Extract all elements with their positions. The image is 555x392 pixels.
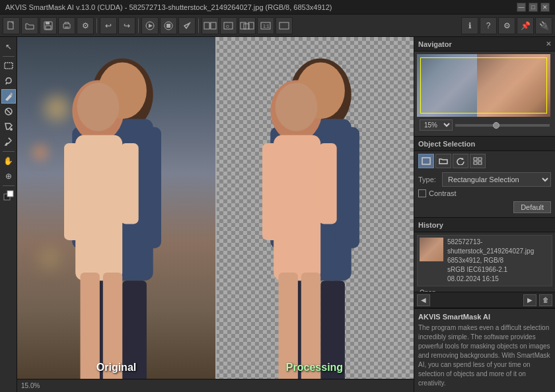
default-button[interactable]: Default — [513, 201, 551, 213]
title-bar: AKVIS SmartMask AI v.13.0 (CUDA) - 58257… — [0, 0, 555, 15]
preferences-button[interactable]: ⚙ — [498, 17, 515, 34]
svg-marker-7 — [149, 24, 153, 28]
svg-rect-3 — [46, 26, 51, 29]
smartmask-title: AKVIS SmartMask AI — [418, 313, 551, 321]
info-button[interactable]: ℹ — [461, 17, 478, 34]
before-after-button[interactable] — [202, 17, 219, 34]
history-snapshot: 582572713-shutterstock_2149264027.jpg 68… — [417, 235, 552, 286]
close-button[interactable]: ✕ — [540, 3, 550, 12]
stop-button[interactable] — [160, 17, 177, 34]
svg-rect-38 — [103, 273, 122, 379]
svg-rect-2 — [46, 22, 50, 24]
tool-rectangle-select[interactable] — [1, 59, 16, 73]
tool-fill[interactable] — [1, 119, 16, 134]
svg-rect-55 — [422, 158, 430, 164]
tool-colors[interactable] — [1, 188, 16, 203]
minimize-button[interactable]: — — [517, 3, 526, 12]
zoom-fit[interactable]: 1:1 — [257, 17, 274, 34]
svg-rect-11 — [204, 22, 209, 29]
object-selection-tools — [414, 151, 555, 171]
svg-rect-46 — [320, 280, 345, 379]
undo-button[interactable]: ↩ — [100, 17, 117, 34]
contrast-label: Contrast — [429, 189, 457, 197]
tools-sidebar: ↖ ✋ ⊕ — [0, 37, 17, 392]
history-back-button[interactable]: ◀ — [417, 294, 430, 306]
help-button[interactable]: ? — [480, 17, 497, 34]
window-title: AKVIS SmartMask AI v.13.0 (CUDA) - 58257… — [5, 3, 332, 11]
svg-rect-21 — [279, 22, 289, 29]
history-info: 582572713-shutterstock_2149264027.jpg 68… — [447, 238, 550, 284]
tool-magic-brush[interactable] — [1, 89, 16, 104]
canvas-area: Original — [17, 37, 414, 392]
history-content[interactable]: 582572713-shutterstock_2149264027.jpg 68… — [414, 232, 555, 292]
canvas-divider[interactable] — [215, 37, 217, 379]
save-button[interactable] — [40, 17, 57, 34]
main-area: ↖ ✋ ⊕ — [0, 37, 555, 392]
redo-button[interactable]: ↪ — [118, 17, 135, 34]
navigator-preview[interactable] — [417, 54, 550, 117]
history-date: 08.02.2024 16:15 — [447, 275, 550, 284]
tool-background-eraser[interactable] — [1, 104, 16, 119]
svg-text:1:1: 1:1 — [263, 24, 270, 28]
plugin-button[interactable]: 🔌 — [535, 17, 552, 34]
compare-button[interactable] — [239, 17, 256, 34]
grid-tool[interactable] — [470, 154, 486, 168]
svg-marker-10 — [184, 23, 190, 28]
navigator-close[interactable]: ✕ — [546, 40, 551, 48]
settings-button[interactable]: ⚙ — [77, 17, 94, 34]
tool-dropper[interactable] — [1, 135, 16, 149]
tool-zoom-in[interactable]: ⊕ — [1, 169, 16, 183]
view-original[interactable]: O — [220, 17, 237, 34]
svg-point-40 — [77, 82, 120, 131]
svg-rect-12 — [211, 22, 216, 29]
new-button[interactable] — [3, 17, 20, 34]
tool-hand[interactable]: ✋ — [1, 154, 16, 168]
apply-button[interactable] — [178, 17, 196, 34]
maximize-button[interactable]: □ — [529, 3, 538, 12]
svg-rect-30 — [137, 127, 161, 249]
history-filename: 582572713-shutterstock_2149264027.jpg — [447, 238, 550, 256]
history-delete-button[interactable]: 🗑 — [539, 294, 552, 306]
tool-separator-3 — [3, 185, 15, 186]
history-forward-button[interactable]: ▶ — [523, 294, 536, 306]
object-selection-section: Object Selection Type: Rectan — [414, 137, 555, 218]
zoom-slider[interactable] — [455, 124, 550, 127]
type-select[interactable]: Rectangular Selection Elliptical Selecti… — [442, 172, 551, 187]
run-button[interactable] — [141, 17, 159, 34]
rect-select-tool[interactable] — [418, 154, 434, 168]
svg-rect-52 — [301, 273, 320, 379]
main-toolbar: ⚙ ↩ ↪ O 1:1 ℹ ? ⚙ 📌 🔌 — [0, 15, 555, 37]
svg-rect-34 — [75, 135, 122, 280]
rotate-tool[interactable] — [453, 154, 468, 168]
folder-tool[interactable] — [435, 154, 451, 168]
contrast-checkbox[interactable] — [418, 189, 426, 197]
open-button[interactable] — [21, 17, 38, 34]
navigator-header: Navigator ✕ — [414, 37, 555, 51]
smartmask-description: The program makes even a difficult selec… — [418, 323, 551, 388]
navigator-content: 15% 5% 10% 25% 50% 100% — [414, 51, 555, 136]
print-button[interactable] — [58, 17, 75, 34]
nav-preview-processed — [477, 54, 550, 117]
window-controls[interactable]: — □ ✕ — [517, 3, 550, 12]
history-controls: ◀ ▶ 🗑 — [414, 292, 555, 308]
svg-rect-9 — [166, 24, 170, 28]
svg-line-24 — [6, 109, 11, 114]
zoom-level: 15.0% — [21, 382, 40, 389]
extra-button[interactable] — [276, 17, 293, 34]
svg-rect-32 — [122, 280, 147, 379]
pin-button[interactable]: 📌 — [517, 17, 534, 34]
svg-rect-26 — [7, 191, 13, 197]
nav-preview-original — [417, 54, 477, 117]
history-header: History — [414, 218, 555, 232]
navigator-title: Navigator — [418, 40, 452, 48]
tool-lasso[interactable] — [1, 74, 16, 88]
zoom-control: 15% 5% 10% 25% 50% 100% — [417, 117, 552, 133]
zoom-select[interactable]: 15% 5% 10% 25% 50% 100% — [420, 119, 453, 131]
object-selection-title: Object Selection — [418, 140, 475, 148]
svg-rect-57 — [474, 158, 477, 160]
svg-rect-49 — [262, 143, 280, 240]
svg-rect-58 — [478, 158, 482, 160]
tool-pointer[interactable]: ↖ — [1, 40, 16, 54]
svg-rect-60 — [478, 162, 482, 164]
history-title: History — [418, 221, 443, 229]
